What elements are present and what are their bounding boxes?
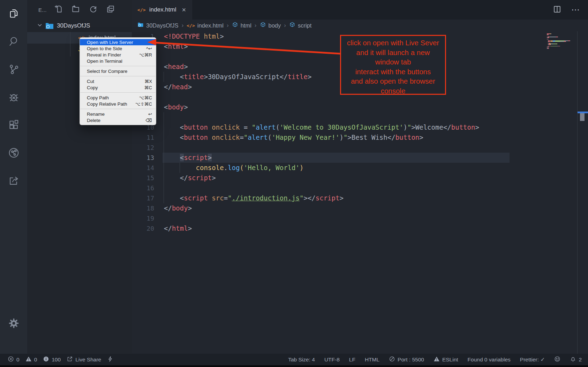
error-icon [8,356,14,364]
menu-item-delete[interactable]: Delete⌫ [80,117,156,123]
menu-item-cut[interactable]: Cut⌘X [80,78,156,84]
code-text: <script> [154,154,212,161]
extensions-icon [8,119,20,132]
menu-item-label: Delete [87,118,100,123]
status-item-notifications[interactable]: 2 [570,356,582,364]
breadcrumb-label: html [241,22,251,29]
menu-separator [80,66,156,66]
new-folder-button[interactable] [71,5,80,15]
line-number: 13 [132,153,154,163]
gear-icon [8,318,20,330]
line-number: 19 [132,213,154,223]
menu-item-select-for-compare[interactable]: Select for Compare [80,68,156,74]
status-item-encoding[interactable]: UTF-8 [324,357,340,363]
status-item-live-server-port[interactable]: Port : 5500 [389,356,424,364]
menu-item-open-to-the-side[interactable]: Open to the Side^↩ [80,45,156,52]
menu-item-shortcut: ⌥⇧⌘C [135,101,152,107]
menu-item-rename[interactable]: Rename↩ [80,111,156,117]
status-item-lightning[interactable] [107,356,113,364]
status-item-live-share[interactable]: Live Share [67,356,101,364]
menu-item-shortcut: ^↩ [146,46,152,51]
breadcrumb-item-script[interactable]: script [289,22,311,29]
menu-item-copy-relative-path[interactable]: Copy Relative Path⌥⇧⌘C [80,101,156,107]
more-actions-icon[interactable]: ⋯ [571,5,580,15]
annotation-line: console [341,86,445,96]
breadcrumb-item-html[interactable]: html [232,22,251,29]
breadcrumb-item-30daysofjs[interactable]: 30DaysOfJS [137,22,179,29]
code-line-10: 10 <button onclick = "alert('Welcome to … [132,122,588,132]
line-number: 18 [132,203,154,213]
status-item-language-mode[interactable]: HTML [365,357,379,363]
code-text: <body> [154,103,188,111]
bug-icon [8,91,20,104]
code-line-20: 20</html> [132,223,588,234]
menu-separator [80,92,156,93]
annotation-line: and it will launch a new [341,48,445,58]
activity-item-search[interactable] [0,28,27,56]
status-item-found-variables[interactable]: Found 0 variables [468,357,511,363]
status-item-errors[interactable]: 0 [8,356,20,364]
menu-item-label: Rename [87,112,105,117]
tab-index-html[interactable]: </> index.html × [132,0,192,20]
code-text: <html> [154,43,188,50]
breadcrumb-separator: › [182,22,184,29]
status-item-prettier[interactable]: Prettier: ✓ [520,357,545,363]
status-label: Live Share [75,357,101,363]
activity-item-settings[interactable] [0,310,27,338]
code-line-9: 9 [132,112,588,122]
code-line-16: 16 [132,183,588,193]
status-item-infos[interactable]: 100 [43,356,61,364]
new-file-button[interactable] [54,5,63,15]
status-item-eslint[interactable]: ESLint [434,356,458,364]
status-item-warnings[interactable]: 0 [25,356,37,364]
status-item-feedback[interactable] [554,356,560,364]
code-text: <head> [154,63,188,70]
cube-icon [260,22,266,29]
breadcrumb-item-body[interactable]: body [260,22,281,29]
breadcrumb: 30DaysOfJS›</>index.html›html›body›scrip… [132,20,588,31]
tree-folder-30daysofjs[interactable]: 30DaysOfJS [27,20,132,32]
menu-item-copy-path[interactable]: Copy Path⌥⌘C [80,94,156,101]
menu-item-reveal-in-finder[interactable]: Reveal in Finder⌥⌘R [80,52,156,58]
refresh-button[interactable] [89,5,98,15]
menu-item-shortcut: ⌥⌘R [139,52,152,58]
activity-item-extensions[interactable] [0,112,27,139]
menu-item-label: Open in Terminal [87,59,122,64]
code-text [154,144,164,151]
html-file-icon: </> [187,23,195,28]
menu-item-shortcut: ↩ [148,112,152,117]
close-icon[interactable]: × [182,6,186,14]
code-text: <button onclick="alert('Happy New Year!'… [154,133,423,141]
status-item-eol[interactable]: LF [349,357,355,363]
collapse-all-button[interactable] [106,5,115,15]
activity-item-live-share[interactable] [0,139,27,167]
status-label: LF [349,357,355,363]
cube-icon [289,22,295,29]
breadcrumb-separator: › [284,22,286,29]
menu-item-label: Open to the Side [87,46,122,51]
status-label: ESLint [442,357,458,363]
annotation-line: click on open with Live Sever [341,38,445,48]
line-number: 15 [132,173,154,183]
breadcrumb-item-index-html[interactable]: </>index.html [187,22,224,29]
activity-item-source-control[interactable] [0,56,27,84]
code-line-8: 8<body> [132,102,588,112]
annotation-box: click on open with Live Severand it will… [340,35,446,95]
menu-item-shortcut: ⌫ [146,118,152,123]
split-editor-icon[interactable] [553,5,561,15]
menu-item-shortcut: ⌘X [144,79,152,84]
menu-item-label: Open with Live Server [87,40,133,45]
status-label: Port : 5500 [398,357,424,363]
activity-item-run-debug[interactable] [0,84,27,112]
activity-item-share[interactable] [0,167,27,195]
explorer-title: E... [38,7,47,13]
status-item-tab-size[interactable]: Tab Size: 4 [288,357,315,363]
menu-item-open-with-live-server[interactable]: Open with Live Server [80,39,156,45]
menu-item-open-in-terminal[interactable]: Open in Terminal [80,58,156,64]
code-text: </html> [154,224,192,232]
menu-item-label: Copy [87,85,98,90]
menu-item-copy[interactable]: Copy⌘C [80,84,156,91]
breadcrumb-separator: › [227,22,229,29]
activity-item-explorer[interactable] [0,0,27,28]
cube-icon [232,22,238,29]
